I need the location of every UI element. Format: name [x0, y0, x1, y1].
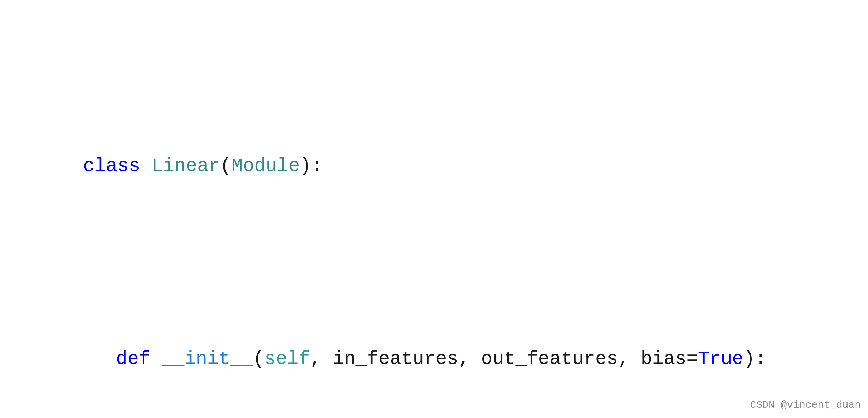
func-init: __init__ — [162, 348, 253, 370]
code-line-1: class Linear(Module): — [15, 125, 861, 208]
paren-open: ( — [220, 155, 231, 177]
keyword-class: class — [83, 155, 151, 177]
comma1: , in_features, out_features, bias= — [310, 348, 698, 370]
class-name-linear: Linear — [151, 155, 220, 177]
class-name-module: Module — [231, 155, 300, 177]
kw-true: True — [698, 348, 744, 370]
param-self: self — [264, 348, 310, 370]
init-close: ): — [744, 348, 766, 370]
keyword-def: def — [116, 348, 162, 370]
paren-close-colon: ): — [300, 155, 322, 177]
code-line-2: def __init__(self, in_features, out_feat… — [48, 318, 861, 400]
watermark: CSDN @vincent_duan — [750, 399, 861, 411]
code-container: class Linear(Module): def __init__(self,… — [0, 0, 868, 418]
init-params: ( — [253, 348, 264, 370]
code-block: class Linear(Module): def __init__(self,… — [15, 15, 861, 418]
